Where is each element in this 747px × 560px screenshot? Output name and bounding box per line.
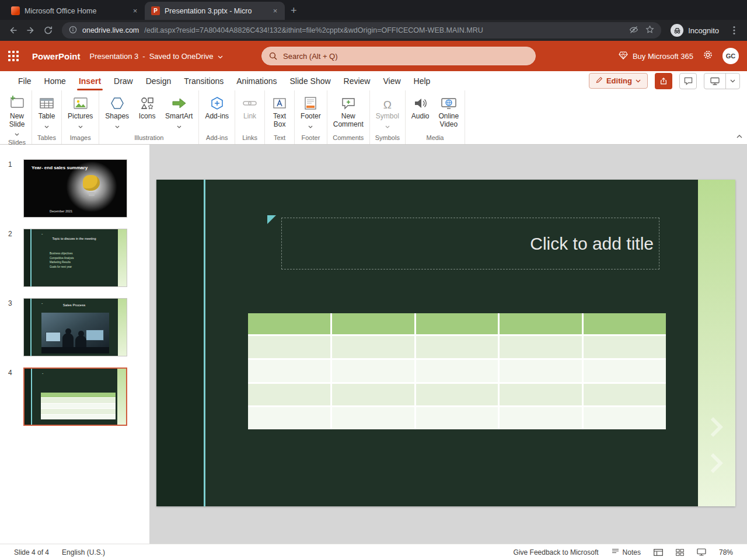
zoom-level[interactable]: 78% (719, 548, 733, 556)
app-name[interactable]: PowerPoint (32, 51, 81, 61)
forward-icon[interactable] (22, 22, 39, 38)
new-slide-button[interactable]: NewSlide (4, 92, 30, 138)
table-cell[interactable] (332, 360, 414, 382)
tab-review[interactable]: Review (337, 71, 377, 90)
table-cell[interactable] (248, 407, 330, 429)
new-comment-button[interactable]: NewComment (329, 92, 368, 128)
table-cell[interactable] (416, 313, 498, 334)
table-cell[interactable] (416, 336, 498, 358)
slide-sorter-view-button[interactable] (676, 549, 684, 556)
slide-2-thumbnail[interactable]: - Topic to discuss in the meeting Busine… (23, 229, 127, 287)
site-info-icon[interactable] (69, 26, 77, 36)
feedback-link[interactable]: Give Feedback to Microsoft (514, 548, 599, 556)
table-cell[interactable] (500, 360, 582, 382)
table-cell[interactable] (248, 313, 330, 334)
table-cell[interactable] (248, 360, 330, 382)
tab-insert[interactable]: Insert (72, 71, 107, 90)
tab-slide-show[interactable]: Slide Show (284, 71, 337, 90)
present-dropdown-chevron[interactable] (725, 74, 739, 89)
eye-off-icon[interactable] (629, 26, 638, 36)
comments-button[interactable] (679, 73, 697, 89)
table-cell[interactable] (332, 313, 414, 334)
buy-microsoft-365-button[interactable]: Buy Microsoft 365 (619, 51, 693, 61)
close-tab-icon[interactable]: × (270, 6, 280, 16)
tab-animations[interactable]: Animations (230, 71, 283, 90)
table-cell[interactable] (584, 360, 666, 382)
table-cell[interactable] (332, 407, 414, 429)
table-cell[interactable] (248, 336, 330, 358)
chevron-down-icon[interactable] (218, 52, 223, 61)
table-cell[interactable] (584, 336, 666, 358)
table-button[interactable]: Table (33, 92, 60, 130)
table-cell[interactable] (332, 336, 414, 358)
table-cell[interactable] (416, 384, 498, 406)
incognito-badge: Incognito (671, 24, 719, 37)
account-avatar[interactable]: GC (722, 48, 739, 64)
reload-icon[interactable] (40, 22, 56, 38)
table-cell[interactable] (500, 336, 582, 358)
slide-teal-line (204, 180, 205, 506)
normal-view-button[interactable] (654, 549, 663, 556)
slide-1-thumbnail[interactable]: Year- end sales summary December 2021 (23, 159, 127, 218)
table-icon (39, 94, 54, 110)
icons-button[interactable]: Icons (134, 92, 160, 130)
slide-counter[interactable]: Slide 4 of 4 (14, 548, 49, 556)
tab-design[interactable]: Design (139, 71, 178, 90)
table-cell[interactable] (584, 407, 666, 429)
table-cell[interactable] (584, 313, 666, 334)
shapes-button[interactable]: Shapes (100, 92, 134, 130)
smartart-button[interactable]: SmartArt (160, 92, 197, 130)
title-placeholder[interactable]: Click to add title (281, 218, 659, 270)
slide-4-editor[interactable]: Click to add title (156, 180, 735, 506)
new-tab-button[interactable]: + (285, 5, 303, 20)
table-cell[interactable] (500, 407, 582, 429)
bookmark-star-icon[interactable] (645, 25, 654, 36)
present-split-button[interactable] (704, 73, 740, 89)
tab-home[interactable]: Home (38, 71, 72, 90)
browser-menu-icon[interactable] (726, 22, 742, 38)
table-cell[interactable] (500, 313, 582, 334)
editing-mode-button[interactable]: Editing (589, 73, 648, 89)
address-bar[interactable]: onedrive.live.com/edit.aspx?resid=7A8040… (62, 22, 661, 38)
footer-button[interactable]: Footer (296, 92, 326, 130)
share-button[interactable] (655, 73, 672, 89)
table-cell[interactable] (500, 384, 582, 406)
language-selector[interactable]: English (U.S.) (62, 548, 105, 556)
collapse-ribbon-chevron[interactable] (736, 130, 742, 141)
tab-view[interactable]: View (376, 71, 407, 90)
text-box-button[interactable]: TextBox (266, 92, 293, 128)
tab-file[interactable]: File (12, 71, 38, 90)
audio-button[interactable]: Audio (407, 92, 434, 128)
saved-status[interactable]: Saved to OneDrive (149, 52, 214, 61)
app-launcher-button[interactable] (0, 41, 27, 71)
ribbon-group-label: Text (266, 133, 293, 144)
add-ins-button[interactable]: Add-ins (200, 92, 233, 121)
slide-3-thumbnail[interactable]: - Sales Process (23, 298, 127, 356)
present-view-button[interactable] (697, 548, 706, 556)
back-icon[interactable] (5, 22, 21, 38)
tab-transitions[interactable]: Transitions (177, 71, 230, 90)
ribbon-group-label: Illustration (100, 133, 197, 144)
table-cell[interactable] (332, 384, 414, 406)
present-icon[interactable] (704, 74, 725, 89)
slide-table[interactable] (248, 313, 666, 429)
tab-help[interactable]: Help (407, 71, 437, 90)
online-video-button[interactable]: OnlineVideo (434, 92, 464, 128)
search-input[interactable] (261, 47, 536, 65)
notes-toggle[interactable]: Notes (612, 548, 641, 556)
settings-gear-icon[interactable] (703, 50, 713, 62)
table-cell[interactable] (248, 384, 330, 406)
pictures-button[interactable]: Pictures (63, 92, 97, 130)
table-cell[interactable] (584, 384, 666, 406)
table-cell[interactable] (416, 407, 498, 429)
ribbon-tab-bar: File Home Insert Draw Design Transitions… (0, 71, 747, 90)
browser-tab-office-home[interactable]: Microsoft Office Home × (5, 2, 145, 20)
lightbulb-base (89, 192, 95, 196)
browser-toolbar: onedrive.live.com/edit.aspx?resid=7A8040… (0, 20, 747, 41)
slide-4-thumbnail-selected[interactable]: - (23, 368, 127, 426)
document-title[interactable]: Presentation 3 (90, 52, 139, 61)
table-cell[interactable] (416, 360, 498, 382)
close-tab-icon[interactable]: × (130, 6, 140, 16)
tab-draw[interactable]: Draw (107, 71, 139, 90)
browser-tab-presentation[interactable]: P Presentation 3.pptx - Micro × (145, 2, 285, 20)
